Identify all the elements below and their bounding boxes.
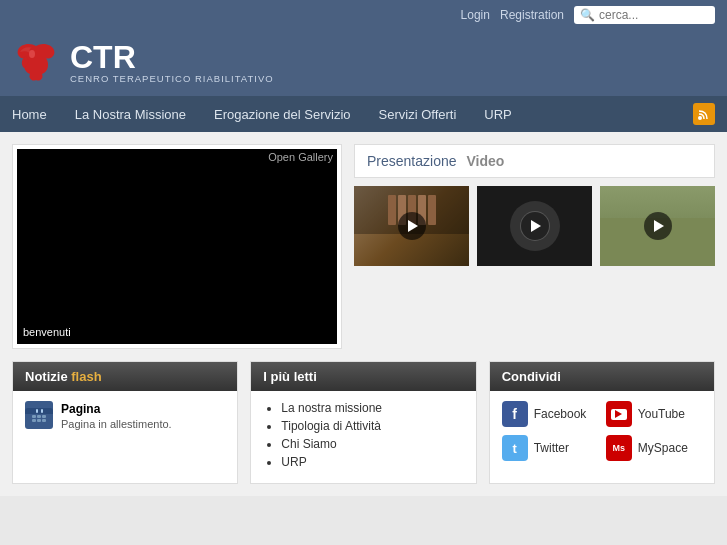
list-item[interactable]: Chi Siamo: [281, 437, 463, 451]
presentation-header: Presentazione Video: [354, 144, 715, 178]
notizie-content: Pagina Pagina in allestimento.: [13, 391, 237, 448]
calendar-icon: [25, 401, 53, 429]
search-input[interactable]: [599, 8, 709, 22]
logo-text: CTR CENRO TERAPEUTICO RIABILITATIVO: [70, 41, 274, 84]
list-item-link[interactable]: Tipologia di Attività: [281, 419, 381, 433]
nav-home[interactable]: Home: [12, 96, 61, 132]
twitter-icon: t: [502, 435, 528, 461]
notizie-label: Notizie: [25, 369, 71, 384]
notizie-text: Pagina Pagina in allestimento.: [61, 401, 172, 430]
video-thumbs: [354, 186, 715, 266]
piu-letti-list: La nostra missione Tipologia di Attività…: [263, 401, 463, 469]
youtube-label: YouTube: [638, 407, 685, 421]
list-item[interactable]: URP: [281, 455, 463, 469]
main-content: Open Gallery benvenuti Presentazione Vid…: [0, 132, 727, 361]
play-button-1[interactable]: [398, 212, 426, 240]
facebook-share[interactable]: f Facebook: [502, 401, 598, 427]
top-bar: Login Registration 🔍: [0, 0, 727, 30]
site-header: CTR CENRO TERAPEUTICO RIABILITATIVO: [0, 30, 727, 96]
notizie-item-title: Pagina: [61, 402, 100, 416]
list-item-link[interactable]: Chi Siamo: [281, 437, 336, 451]
login-link[interactable]: Login: [461, 8, 490, 22]
bottom-section: Notizie flash Pagina Pagina in allestime: [0, 361, 727, 496]
tab-video[interactable]: Video: [466, 153, 504, 169]
facebook-label: Facebook: [534, 407, 587, 421]
piu-letti-content: La nostra missione Tipologia di Attività…: [251, 391, 475, 483]
notizie-box: Notizie flash Pagina Pagina in allestime: [12, 361, 238, 484]
rss-icon: [698, 108, 710, 120]
myspace-icon: Ms: [606, 435, 632, 461]
notizie-header: Notizie flash: [13, 362, 237, 391]
video-thumb-2[interactable]: [477, 186, 592, 266]
main-nav: Home La Nostra Missione Erogazione del S…: [0, 96, 727, 132]
video-thumb-3[interactable]: [600, 186, 715, 266]
list-item[interactable]: La nostra missione: [281, 401, 463, 415]
video-caption: benvenuti: [23, 326, 71, 338]
rss-button[interactable]: [693, 103, 715, 125]
list-item-link[interactable]: La nostra missione: [281, 401, 382, 415]
nav-missione[interactable]: La Nostra Missione: [61, 96, 200, 132]
notizie-item-text: Pagina in allestimento.: [61, 418, 172, 430]
youtube-icon: [606, 401, 632, 427]
video-thumb-1[interactable]: [354, 186, 469, 266]
myspace-share[interactable]: Ms MySpace: [606, 435, 702, 461]
list-item-link[interactable]: URP: [281, 455, 306, 469]
tab-presentazione[interactable]: Presentazione: [367, 153, 457, 169]
myspace-label: MySpace: [638, 441, 688, 455]
search-box: 🔍: [574, 6, 715, 24]
social-grid: f Facebook YouTube t Twitter Ms MySpace: [490, 391, 714, 471]
youtube-share[interactable]: YouTube: [606, 401, 702, 427]
nav-urp[interactable]: URP: [470, 96, 525, 132]
twitter-label: Twitter: [534, 441, 569, 455]
search-icon: 🔍: [580, 8, 595, 22]
logo-subtitle: CENRO TERAPEUTICO RIABILITATIVO: [70, 73, 274, 84]
notizie-item: Pagina Pagina in allestimento.: [25, 401, 225, 430]
condividi-header: Condividi: [490, 362, 714, 391]
nav-servizi[interactable]: Servizi Offerti: [365, 96, 471, 132]
piu-letti-box: I più letti La nostra missione Tipologia…: [250, 361, 476, 484]
play-button-2[interactable]: [521, 212, 549, 240]
presentation-section: Presentazione Video: [354, 144, 715, 349]
svg-point-0: [29, 50, 35, 58]
list-item[interactable]: Tipologia di Attività: [281, 419, 463, 433]
svg-point-1: [698, 116, 702, 120]
gallery-section: Open Gallery benvenuti: [12, 144, 342, 349]
gallery-box: Open Gallery benvenuti: [12, 144, 342, 349]
condividi-box: Condividi f Facebook YouTube t Twitter M…: [489, 361, 715, 484]
logo-bird-icon: [12, 38, 60, 86]
video-player[interactable]: benvenuti: [17, 149, 337, 344]
open-gallery-label[interactable]: Open Gallery: [268, 151, 333, 163]
nav-erogazione[interactable]: Erogazione del Servizio: [200, 96, 365, 132]
play-button-3[interactable]: [644, 212, 672, 240]
twitter-share[interactable]: t Twitter: [502, 435, 598, 461]
registration-link[interactable]: Registration: [500, 8, 564, 22]
logo-ctr: CTR: [70, 41, 274, 73]
notizie-highlight: flash: [71, 369, 101, 384]
piu-letti-header: I più letti: [251, 362, 475, 391]
facebook-icon: f: [502, 401, 528, 427]
